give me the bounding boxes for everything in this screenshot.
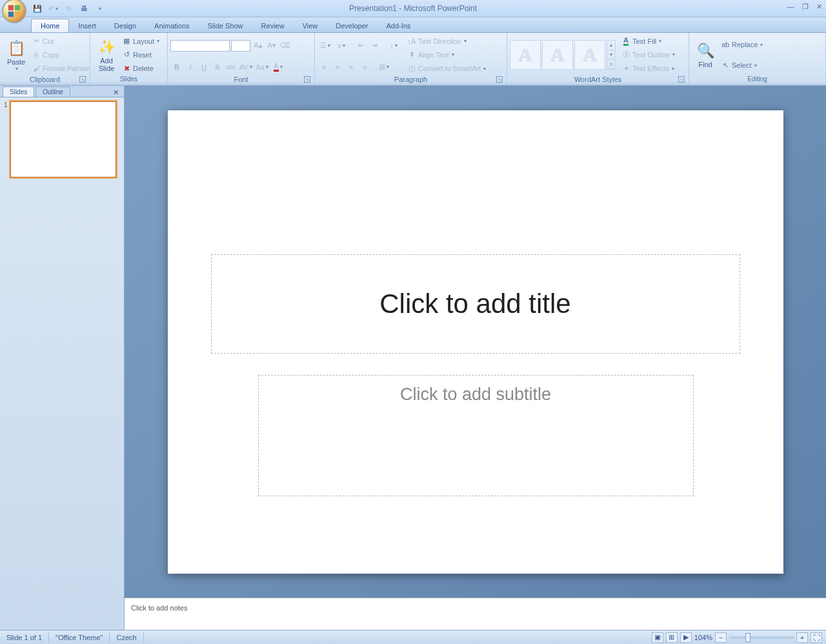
align-left-button[interactable]: ≡ — [317, 61, 330, 74]
notes-pane[interactable]: Click to add notes — [125, 598, 826, 630]
clear-format-button[interactable]: ⌫ — [279, 39, 292, 52]
scroll-up-button[interactable]: ▴ — [607, 41, 615, 50]
add-slide-button[interactable]: ✨ Add Slide — [93, 34, 120, 75]
zoom-slider-thumb[interactable] — [745, 633, 750, 642]
decrease-indent-button[interactable]: ⇤ — [354, 39, 367, 52]
qat-customize-button[interactable]: ▾ — [93, 2, 106, 15]
scroll-down-button[interactable]: ▾ — [607, 50, 615, 60]
italic-button[interactable]: I — [184, 61, 197, 74]
layout-button[interactable]: ▦Layout▾ — [120, 35, 161, 48]
slide[interactable]: Click to add title Click to add subtitle — [168, 110, 783, 574]
text-effects-button[interactable]: ✦Text Effects▾ — [620, 62, 676, 75]
paste-button[interactable]: 📋 Paste ▾ — [3, 34, 30, 75]
columns-icon: ▥ — [379, 63, 385, 71]
view-normal-button[interactable]: ▣ — [652, 632, 663, 643]
shadow-button[interactable]: abc — [225, 61, 237, 74]
font-size-input[interactable] — [231, 40, 250, 52]
brush-icon: 🖌 — [31, 63, 41, 74]
title-placeholder[interactable]: Click to add title — [211, 254, 740, 354]
justify-button[interactable]: ≡ — [358, 61, 371, 74]
subtitle-placeholder[interactable]: Click to add subtitle — [258, 375, 694, 496]
convert-smartart-button[interactable]: ◫Convert to SmartArt▾ — [405, 62, 487, 75]
gallery-expand-button[interactable]: ▿ — [607, 59, 615, 69]
status-language[interactable]: Czech — [110, 632, 143, 643]
wordart-style-1[interactable]: A — [510, 40, 541, 70]
view-slideshow-button[interactable]: ▶ — [680, 632, 692, 643]
zoom-out-button[interactable]: − — [715, 632, 727, 643]
tab-animations[interactable]: Animations — [145, 19, 198, 32]
line-spacing-icon: ↕ — [390, 42, 394, 50]
tab-developer[interactable]: Developer — [327, 19, 377, 32]
underline-button[interactable]: U — [197, 61, 210, 74]
text-outline-button[interactable]: ⒶText Outline▾ — [620, 48, 676, 61]
sidepane-close-button[interactable]: ✕ — [109, 88, 123, 97]
align-text-button[interactable]: ⬍Align Text▾ — [405, 48, 487, 61]
qat-undo-button[interactable]: ↶▾ — [46, 2, 59, 15]
find-icon: 🔍 — [696, 41, 715, 61]
view-sorter-button[interactable]: ⊞ — [666, 632, 678, 643]
change-case-button[interactable]: Aa▾ — [254, 61, 270, 74]
cut-button[interactable]: ✂Cut — [30, 35, 91, 48]
find-button[interactable]: 🔍 Find — [692, 34, 719, 75]
align-center-icon: ≡ — [336, 63, 339, 71]
thumbnail-item[interactable]: 1 — [4, 101, 120, 177]
char-spacing-button[interactable]: AV▾ — [238, 61, 254, 74]
align-right-button[interactable]: ≡ — [345, 61, 358, 74]
tab-slide-show[interactable]: Slide Show — [199, 19, 252, 32]
qat-print-button[interactable]: 🖶 — [77, 2, 90, 15]
format-painter-button[interactable]: 🖌Format Painter — [30, 62, 91, 75]
sidetab-outline[interactable]: Outline — [35, 86, 70, 97]
font-color-button[interactable]: A▾ — [270, 61, 286, 74]
delete-button[interactable]: ✖Delete — [120, 62, 161, 75]
status-slide-info[interactable]: Slide 1 of 1 — [0, 632, 49, 643]
dialog-launcher[interactable]: ↘ — [496, 76, 503, 83]
wordart-style-2[interactable]: A — [542, 40, 573, 70]
replace-button[interactable]: abReplace▾ — [719, 38, 764, 51]
smartart-icon: ◫ — [407, 63, 417, 74]
sorter-view-icon: ⊞ — [669, 633, 674, 641]
select-button[interactable]: ↖Select▾ — [719, 59, 764, 72]
zoom-slider[interactable] — [729, 636, 794, 639]
status-bar: Slide 1 of 1 "Office Theme" Czech ▣ ⊞ ▶ … — [0, 630, 826, 644]
tab-add-ins[interactable]: Add-Ins — [377, 19, 419, 32]
align-center-button[interactable]: ≡ — [331, 61, 344, 74]
grow-font-button[interactable]: A▴ — [252, 39, 265, 52]
numbering-button[interactable]: ≡▾ — [334, 39, 349, 52]
wordart-style-3[interactable]: A — [574, 40, 605, 70]
tab-design[interactable]: Design — [105, 19, 145, 32]
close-button[interactable]: ✕ — [816, 3, 822, 11]
dialog-launcher[interactable]: ↘ — [678, 76, 685, 83]
bold-button[interactable]: B — [170, 61, 183, 74]
copy-icon: ⎘ — [31, 50, 41, 60]
text-fill-button[interactable]: AText Fill▾ — [620, 35, 676, 48]
qat-redo-button[interactable]: ↻ — [62, 2, 75, 15]
fit-window-button[interactable]: ⛶ — [811, 632, 822, 643]
font-name-input[interactable] — [170, 40, 230, 52]
tab-insert[interactable]: Insert — [69, 19, 105, 32]
reset-button[interactable]: ↺Reset — [120, 48, 161, 61]
columns-button[interactable]: ▥▾ — [376, 61, 392, 74]
minimize-button[interactable]: — — [787, 3, 794, 11]
slide-canvas[interactable]: Click to add title Click to add subtitle — [125, 86, 826, 598]
eraser-icon: ⌫ — [280, 41, 290, 50]
bullets-button[interactable]: ☰▾ — [317, 39, 333, 52]
qat-save-button[interactable]: 💾 — [31, 2, 44, 15]
sidetab-slides[interactable]: Slides — [3, 86, 34, 97]
tab-view[interactable]: View — [294, 19, 327, 32]
line-spacing-button[interactable]: ↕▾ — [386, 39, 401, 52]
dialog-launcher[interactable]: ↘ — [304, 76, 310, 83]
zoom-in-button[interactable]: + — [796, 632, 808, 643]
thumbnail-preview[interactable] — [10, 101, 116, 177]
status-theme[interactable]: "Office Theme" — [49, 632, 110, 643]
text-direction-button[interactable]: ↕AText Direction▾ — [405, 35, 487, 48]
slideshow-icon: ▶ — [683, 633, 689, 641]
tab-review[interactable]: Review — [252, 19, 294, 32]
dialog-launcher[interactable]: ↘ — [79, 76, 86, 83]
tab-home[interactable]: Home — [31, 19, 69, 32]
increase-indent-button[interactable]: ⇥ — [368, 39, 381, 52]
shrink-font-button[interactable]: A▾ — [265, 39, 278, 52]
zoom-percent[interactable]: 104% — [694, 634, 712, 641]
copy-button[interactable]: ⎘Copy — [30, 48, 91, 61]
restore-button[interactable]: ❐ — [802, 3, 809, 11]
strike-button[interactable]: S — [211, 61, 224, 74]
